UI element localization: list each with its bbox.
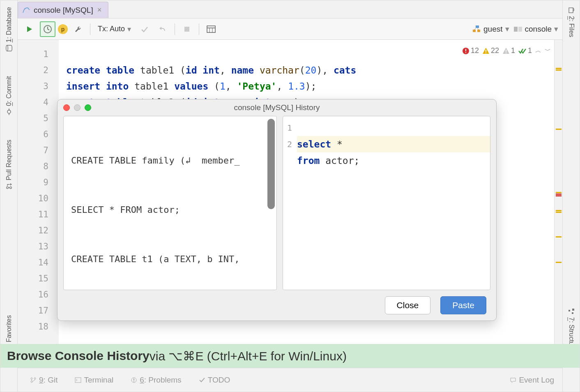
files-tool[interactable]: 2: Files [568,4,575,41]
database-tool[interactable]: 11: Database: Database [5,4,13,55]
structure-icon [568,308,575,315]
play-icon [26,25,33,33]
dialog-titlebar[interactable]: console [MySQL] History [58,99,496,116]
terminal-icon [75,377,81,383]
svg-rect-25 [473,30,476,32]
next-highlight[interactable]: ﹀ [545,47,551,55]
errors-count[interactable]: 12 [462,46,479,55]
database-icon [6,45,12,51]
separator [175,23,175,35]
check-icon [140,25,149,33]
svg-point-40 [31,378,32,379]
tx-label: Tx: Auto [98,25,125,33]
close-button[interactable]: Close [385,296,431,314]
preview-gutter: 1 2 [283,116,295,290]
error-icon [462,47,470,55]
window-controls [63,104,91,111]
terminal-tool[interactable]: Terminal [75,376,113,385]
history-list[interactable]: CREATE TABLE family (↲ member_ SELECT * … [63,116,277,290]
history-item[interactable]: CREATE TABLE t1 (a TEXT, b INT, [69,251,276,267]
chevron-down-icon: ▾ [127,25,131,34]
todo-tool[interactable]: TODO [199,376,230,385]
history-item[interactable]: SELECT * FROM actor; [69,202,276,218]
editor-gutter: 12 34 56 78 910 1112 1314 1516 1718 [18,40,59,392]
run-button[interactable] [22,21,37,37]
settings-button[interactable] [70,21,86,37]
schemas-button[interactable]: p [58,24,68,34]
tab-label: console [MySQL] [34,6,93,15]
svg-rect-46 [133,381,134,382]
session-dropdown[interactable]: console ▾ [513,24,559,34]
undo-icon [159,25,167,33]
svg-rect-20 [207,26,215,32]
inspection-summary[interactable]: 12 22 1 1 ︿ ﹀ [462,46,551,55]
chevron-down-icon: ▾ [505,24,509,34]
scrollbar[interactable] [267,119,275,209]
problems-tool[interactable]: 6: Problems [131,376,181,385]
weak-warnings-count[interactable]: 1 [502,46,515,55]
event-log-tool[interactable]: Event Log [510,376,554,385]
error-stripe[interactable] [554,40,562,392]
console-session-icon [513,25,522,33]
session-label: console [525,25,552,34]
history-preview[interactable]: 1 2 select *from actor; [283,116,490,290]
dialog-title: console [MySQL] History [234,103,320,112]
tx-mode-dropdown[interactable]: Tx: Auto ▾ [94,25,134,34]
svg-rect-36 [486,52,486,53]
svg-rect-11 [572,312,573,314]
svg-rect-30 [518,27,522,32]
close-window-button[interactable] [63,104,70,111]
history-button[interactable] [40,21,55,37]
left-tool-rail: 11: Database: Database 0: Commit Pull Re… [0,0,18,392]
wrench-icon [74,25,82,33]
git-tool[interactable]: 9: Git [30,376,58,385]
console-tab[interactable]: console [MySQL] × [18,2,108,18]
warning-icon [482,47,490,55]
ok-count[interactable]: 1 [518,46,532,55]
svg-point-42 [31,381,32,383]
close-tab-button[interactable]: × [97,6,102,14]
stop-button[interactable] [179,21,195,37]
warnings-count[interactable]: 22 [482,46,499,55]
commit-button[interactable] [137,21,152,37]
paste-button[interactable]: Paste [440,296,486,314]
svg-rect-33 [465,52,466,53]
pull-requests-tool[interactable]: Pull Requests [5,136,13,193]
svg-rect-38 [506,50,506,52]
svg-rect-26 [477,30,480,32]
datasource-label: guest [483,25,502,34]
svg-rect-9 [569,8,573,13]
stop-icon [184,26,190,32]
table-icon [207,25,216,33]
history-item[interactable]: CREATE TABLE family (↲ member_ [69,152,276,169]
chevron-down-icon: ▾ [554,24,558,34]
prev-highlight[interactable]: ︿ [535,47,541,55]
svg-point-13 [24,8,25,9]
double-check-icon [518,47,527,55]
clock-icon [43,25,52,34]
rollback-button[interactable] [155,21,170,37]
pull-request-icon [6,183,12,189]
schema-icon [472,25,481,33]
svg-rect-29 [514,27,518,32]
svg-marker-14 [27,26,32,32]
right-tool-rail: 2: Files 7: Structure [562,0,580,392]
svg-point-4 [6,187,8,189]
problems-icon [131,377,137,383]
datasource-dropdown[interactable]: guest ▾ [472,24,509,34]
console-toolbar: p Tx: Auto ▾ guest ▾ [18,18,562,40]
view-mode-button[interactable] [203,21,219,37]
svg-rect-19 [184,27,189,32]
svg-marker-18 [159,27,161,30]
commit-tool[interactable]: 0: Commit [5,73,13,118]
separator [90,23,90,35]
commit-icon [6,108,12,115]
svg-rect-12 [568,310,570,311]
files-icon [568,7,575,14]
minimize-window-button[interactable] [74,104,81,111]
svg-point-0 [6,45,8,51]
svg-line-28 [477,28,479,30]
zoom-window-button[interactable] [85,104,91,111]
svg-rect-32 [465,49,466,51]
svg-point-41 [34,378,36,379]
